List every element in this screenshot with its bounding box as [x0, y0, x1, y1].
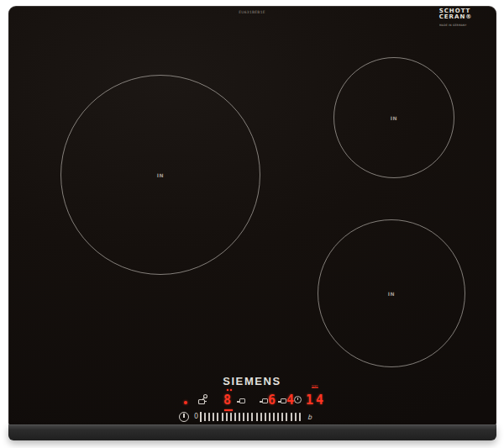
front-bezel — [8, 424, 496, 440]
timer-unit-label: min — [312, 385, 318, 389]
induction-mark: IN — [391, 115, 397, 121]
schott-ceran-logo: SCHOTT CERAN® MADE IN GERMANY — [439, 8, 494, 29]
product-photo-scene: EU631BEB1E SCHOTT CERAN® MADE IN GERMANY… — [0, 0, 504, 448]
power-on-dot — [184, 401, 187, 404]
child-lock-icon[interactable] — [197, 393, 209, 406]
induction-mark: IN — [388, 291, 395, 297]
slider-tick[interactable] — [226, 413, 228, 421]
zone-display-front-right[interactable]: 4 — [286, 393, 294, 407]
pan-icon — [239, 398, 245, 403]
slider-tick[interactable] — [230, 413, 232, 421]
slider-tick[interactable] — [281, 413, 283, 421]
slider-tick[interactable] — [251, 413, 253, 421]
schott-ceran-line2: CERAN® — [439, 14, 494, 20]
slider-tick[interactable] — [239, 413, 240, 421]
slider-tick[interactable] — [217, 413, 218, 421]
pan-icon — [281, 398, 286, 403]
slider-tick[interactable] — [208, 413, 210, 421]
zone-selected-indicator — [224, 409, 233, 411]
pan-icon — [262, 398, 268, 403]
slider-tick[interactable] — [234, 413, 236, 421]
slider-tick[interactable] — [273, 413, 275, 421]
slider-tick[interactable] — [247, 413, 249, 421]
power-key-icon[interactable] — [179, 412, 189, 422]
slider-tick[interactable] — [265, 413, 266, 421]
slider-tick[interactable] — [243, 413, 244, 421]
slider-tick[interactable] — [256, 413, 258, 421]
siemens-logo: SIEMENS — [223, 375, 281, 387]
slider-tick[interactable] — [213, 413, 214, 421]
timer-display: 14 — [306, 393, 326, 407]
slider-tick[interactable] — [295, 413, 297, 421]
induction-mark: IN — [157, 172, 164, 178]
zone-display-back-right[interactable]: 6 — [268, 393, 276, 407]
slider-min-label: 0 — [194, 413, 200, 420]
timer-clock-icon[interactable] — [294, 396, 302, 403]
cooking-zone-front-left: IN — [60, 75, 260, 275]
slider-tick[interactable] — [277, 413, 279, 421]
power-slider-ticks[interactable] — [204, 413, 301, 421]
cooking-zone-front-right: IN — [318, 219, 465, 367]
slider-zero-bar — [200, 412, 202, 422]
slider-tick[interactable] — [204, 413, 206, 421]
slider-tick[interactable] — [291, 413, 292, 421]
slider-tick[interactable] — [222, 413, 223, 421]
cooking-zone-back-right: IN — [333, 57, 454, 178]
slider-tick[interactable] — [260, 413, 262, 421]
slider-tick[interactable] — [269, 413, 270, 421]
zone-display-large[interactable]: 8 — [223, 393, 231, 407]
led-aux-dots — [227, 389, 235, 391]
schott-ceran-subline: MADE IN GERMANY — [439, 24, 467, 26]
slider-tick[interactable] — [286, 413, 287, 421]
boost-key-label[interactable]: b — [307, 414, 312, 421]
slider-tick[interactable] — [299, 413, 301, 421]
model-number-print: EU631BEB1E — [239, 10, 265, 14]
